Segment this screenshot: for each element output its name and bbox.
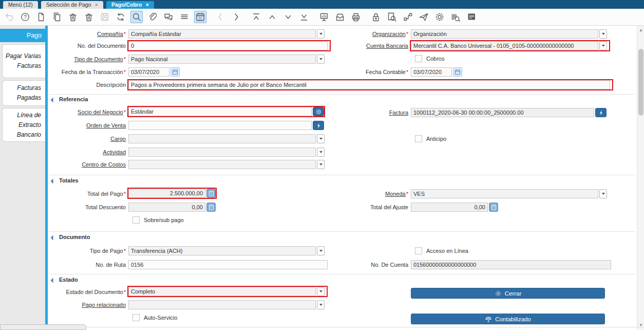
- sidebar-tab-pago[interactable]: Pago: [0, 29, 48, 42]
- calendar-icon[interactable]: 31: [194, 11, 206, 23]
- tipo-documento-select[interactable]: Pago Nacional: [128, 54, 325, 64]
- socio-negocio-input[interactable]: Estándar: [128, 107, 312, 116]
- workflow-icon[interactable]: [402, 11, 414, 23]
- orden-venta-search-button[interactable]: [313, 121, 324, 130]
- archive-icon[interactable]: [334, 11, 346, 23]
- tab-menu[interactable]: Menú (12): [3, 1, 38, 9]
- delete-record-icon[interactable]: [67, 11, 79, 23]
- parent-record-icon[interactable]: [266, 11, 278, 23]
- actividad-select[interactable]: [128, 148, 325, 157]
- orden-venta-input[interactable]: [128, 121, 312, 130]
- help-icon[interactable]: ?: [19, 11, 31, 23]
- contabilizado-button[interactable]: Contabilizado: [411, 314, 605, 324]
- field-label-actividad[interactable]: Actividad: [48, 148, 126, 157]
- tab-seleccion-de-pago[interactable]: Selección de Pago×: [41, 1, 103, 9]
- field-label-factura[interactable]: Factura: [330, 108, 408, 117]
- attachment-icon[interactable]: [146, 11, 159, 23]
- sidebar-tab-linea-extracto-bancario[interactable]: Línea de Extracto Bancario: [2, 108, 45, 142]
- fecha-contable-input[interactable]: 03/07/2020: [411, 67, 452, 77]
- total-descuento-input[interactable]: 0,00: [128, 203, 205, 212]
- group-header-estado[interactable]: Estado: [59, 277, 78, 283]
- anticipo-checkbox[interactable]: [415, 135, 422, 142]
- new-record-icon[interactable]: [35, 11, 47, 23]
- pago-relacionado-select[interactable]: [128, 300, 325, 309]
- field-label-tipo-documento[interactable]: Tipo de Documento*: [48, 54, 126, 64]
- first-record-icon[interactable]: [250, 11, 262, 23]
- compania-select[interactable]: Compañía Estándar: [128, 29, 325, 39]
- scroll-up-icon[interactable]: ▲: [637, 27, 644, 34]
- field-label-moneda[interactable]: Moneda*: [330, 189, 408, 198]
- organizacion-select[interactable]: Organización: [411, 29, 607, 39]
- chevron-down-icon[interactable]: [599, 29, 607, 39]
- send-mail-icon[interactable]: [418, 11, 430, 23]
- detail-record-icon[interactable]: [282, 11, 294, 23]
- close-icon[interactable]: ×: [145, 2, 148, 8]
- copy-record-icon[interactable]: [51, 11, 63, 23]
- sidebar-tab-pagar-varias-facturas[interactable]: Pagar Varias Facturas: [2, 44, 45, 78]
- centro-costos-select[interactable]: [128, 160, 325, 169]
- field-label-organizacion[interactable]: Organización*: [330, 29, 408, 39]
- record-info-button[interactable]: [313, 107, 324, 116]
- chevron-down-icon[interactable]: [317, 246, 325, 255]
- chevron-down-icon[interactable]: [317, 29, 325, 39]
- total-pago-input[interactable]: 2.500.000,00: [128, 189, 205, 198]
- calendar-picker-button[interactable]: [171, 67, 180, 77]
- field-label-cuenta-bancaria[interactable]: Cuenta Bancaria: [330, 41, 408, 50]
- last-record-icon[interactable]: [298, 11, 310, 23]
- chevron-down-icon[interactable]: [317, 134, 325, 143]
- cargo-select[interactable]: [128, 134, 325, 143]
- find-icon[interactable]: [130, 11, 143, 23]
- collapse-triangle-icon[interactable]: [51, 278, 56, 283]
- collapse-triangle-icon[interactable]: [51, 235, 56, 241]
- close-icon[interactable]: ×: [94, 2, 98, 8]
- cerrar-button[interactable]: Cerrar: [411, 288, 605, 299]
- cobros-checkbox[interactable]: [415, 55, 422, 62]
- collapse-triangle-icon[interactable]: [51, 98, 56, 103]
- tab-pago-cobro[interactable]: Pago/Cobro×: [106, 1, 154, 9]
- chevron-down-icon[interactable]: [317, 54, 325, 64]
- report-icon[interactable]: [318, 11, 330, 23]
- calendar-picker-button[interactable]: [453, 67, 462, 77]
- total-ajuste-input[interactable]: 0,00: [411, 203, 488, 212]
- calculator-button[interactable]: [206, 203, 216, 212]
- field-label-orden-venta[interactable]: Orden de Venta: [48, 121, 126, 130]
- field-label-centro-costos[interactable]: Centro de Costos: [48, 160, 126, 169]
- help-window-icon[interactable]: [465, 11, 478, 23]
- cuenta-bancaria-select[interactable]: Mercantil C.A. Banco Universal - 0105_01…: [411, 41, 607, 50]
- chat-icon[interactable]: [162, 11, 175, 23]
- factura-search-button[interactable]: [595, 108, 607, 117]
- grid-toggle-icon[interactable]: [178, 11, 191, 23]
- chevron-down-icon[interactable]: [317, 300, 325, 309]
- chevron-down-icon[interactable]: [599, 41, 607, 50]
- sobre-sub-pago-checkbox[interactable]: [132, 216, 140, 224]
- field-label-pago-relacionado[interactable]: Pago relacionado: [48, 300, 126, 309]
- group-header-referencia[interactable]: Referencia: [59, 96, 88, 102]
- field-label-socio-negocio[interactable]: Socio del Negocio*: [48, 107, 126, 117]
- refresh-icon[interactable]: [115, 11, 127, 23]
- descripcion-input[interactable]: Pagos a Proveedores primera semana de Ju…: [128, 80, 610, 89]
- scroll-down-icon[interactable]: ▼: [637, 322, 644, 329]
- scrollbar-thumb[interactable]: [638, 49, 643, 116]
- delete-selection-icon[interactable]: [83, 11, 95, 23]
- scan-icon[interactable]: [449, 11, 462, 23]
- tipo-pago-select[interactable]: Transferencia (ACH): [128, 246, 325, 255]
- sidebar-tab-facturas-pagadas[interactable]: Facturas Pagadas: [2, 80, 45, 106]
- group-header-documento[interactable]: Documento: [59, 234, 90, 240]
- chevron-down-icon[interactable]: [317, 148, 325, 157]
- factura-input[interactable]: 1000112_2020-06-30 00:00:00_2500000.00: [411, 108, 594, 117]
- lock-icon[interactable]: [370, 11, 382, 23]
- field-label-compania[interactable]: Compañía*: [48, 29, 126, 39]
- collapse-triangle-icon[interactable]: [51, 179, 56, 184]
- group-header-totales[interactable]: Totales: [59, 177, 79, 184]
- no-cuenta-input[interactable]: 01560000000000000000: [411, 260, 611, 269]
- fecha-transaccion-input[interactable]: 03/07/2020: [128, 67, 169, 77]
- acceso-en-linea-checkbox[interactable]: [415, 247, 422, 254]
- no-documento-input[interactable]: 0: [128, 41, 328, 50]
- chevron-down-icon[interactable]: [317, 160, 325, 169]
- preferences-icon[interactable]: [433, 11, 446, 23]
- no-ruta-input[interactable]: 0156: [128, 260, 328, 269]
- estado-documento-select[interactable]: Completo: [128, 287, 325, 296]
- chevron-down-icon[interactable]: [317, 287, 325, 296]
- field-label-cargo[interactable]: Cargo: [48, 134, 126, 143]
- calculator-button[interactable]: [489, 203, 498, 212]
